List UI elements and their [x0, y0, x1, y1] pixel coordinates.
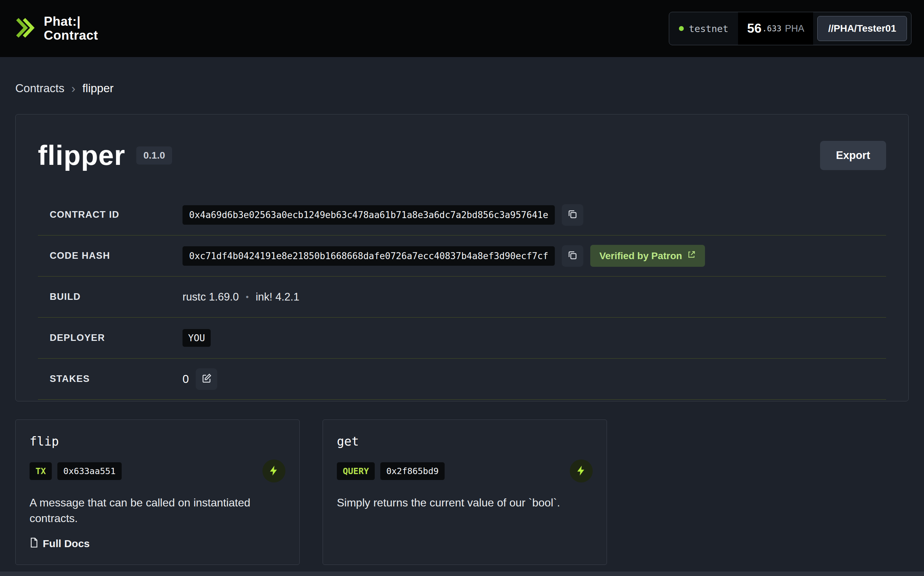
contract-id-value: 0x4a69d6b3e02563a0ecb1249eb63c478aa61b71…	[182, 205, 555, 225]
method-kind-badge: TX	[30, 462, 52, 480]
network-name: testnet	[689, 23, 729, 34]
logo-text: Phat:| Contract	[44, 14, 98, 42]
deployer-label: DEPLOYER	[50, 333, 182, 343]
verified-label: Verified by Patron	[599, 250, 682, 262]
contract-name: flipper	[38, 139, 125, 171]
contract-id-row: CONTRACT ID 0x4a69d6b3e02563a0ecb1249eb6…	[38, 194, 886, 235]
copy-icon	[567, 209, 578, 221]
method-cards: flip TX 0x633aa551 A message that can be…	[15, 419, 909, 576]
method-card-get: get QUERY 0x2f865bd9 Simply returns the …	[322, 419, 607, 565]
code-hash-label: CODE HASH	[50, 250, 182, 261]
method-name: get	[337, 434, 593, 448]
code-hash-value: 0xc71df4b0424191e8e21850b1668668dafe0726…	[182, 246, 555, 266]
balance-display: 56 .633 PHA	[738, 12, 813, 45]
lightning-icon	[575, 465, 587, 478]
version-badge: 0.1.0	[136, 146, 172, 165]
copy-icon	[567, 250, 578, 262]
code-hash-row: CODE HASH 0xc71df4b0424191e8e21850b16686…	[38, 235, 886, 277]
contract-detail-card: flipper 0.1.0 Export CONTRACT ID 0x4a69d…	[15, 114, 909, 402]
app-header: Phat:| Contract testnet 56 .633 PHA //PH…	[0, 0, 924, 57]
method-selector: 0x2f865bd9	[380, 462, 445, 480]
method-description: Simply returns the current value of our …	[337, 495, 593, 510]
logo-line2: Contract	[44, 29, 98, 42]
build-row: BUILD rustc 1.69.0 • ink! 4.2.1	[38, 277, 886, 318]
external-link-icon	[687, 250, 696, 262]
execute-method-button[interactable]	[262, 459, 286, 482]
deployer-value: YOU	[182, 329, 211, 347]
method-description: A message that can be called on instanti…	[30, 495, 286, 526]
edit-icon	[201, 373, 212, 385]
balance-fraction: .633	[762, 24, 782, 33]
method-selector: 0x633aa551	[57, 462, 122, 480]
breadcrumb: Contracts › flipper	[15, 82, 909, 95]
logo-line1: Phat:|	[44, 14, 98, 29]
copy-code-hash-button[interactable]	[562, 245, 583, 267]
balance-currency: PHA	[785, 23, 804, 34]
network-status-dot	[679, 26, 684, 31]
contract-id-label: CONTRACT ID	[50, 210, 182, 220]
copy-contract-id-button[interactable]	[562, 204, 583, 226]
method-kind-badge: QUERY	[337, 462, 375, 480]
method-name: flip	[30, 434, 286, 448]
breadcrumb-separator: ›	[71, 82, 75, 95]
execute-method-button[interactable]	[570, 459, 593, 482]
stakes-value: 0	[182, 373, 189, 386]
contract-card-header: flipper 0.1.0 Export	[38, 139, 886, 171]
build-rustc: rustc 1.69.0	[182, 291, 239, 303]
wallet-widget: testnet 56 .633 PHA //PHA/Tester01	[669, 12, 911, 45]
contract-properties: CONTRACT ID 0x4a69d6b3e02563a0ecb1249eb6…	[38, 194, 886, 400]
build-ink: ink! 4.2.1	[255, 291, 299, 303]
export-button[interactable]: Export	[820, 141, 886, 170]
build-separator: •	[246, 292, 249, 302]
method-card-flip: flip TX 0x633aa551 A message that can be…	[15, 419, 300, 565]
breadcrumb-current: flipper	[82, 82, 114, 95]
edit-stakes-button[interactable]	[196, 368, 217, 390]
build-label: BUILD	[50, 291, 182, 302]
balance-integer: 56	[747, 21, 761, 36]
stakes-label: STAKES	[50, 374, 182, 384]
main-content: Contracts › flipper flipper 0.1.0 Export…	[0, 82, 924, 576]
network-indicator: testnet	[669, 12, 738, 45]
deployer-row: DEPLOYER YOU	[38, 318, 886, 358]
logo-chevron-icon	[15, 13, 37, 44]
full-docs-label: Full Docs	[43, 538, 90, 550]
lightning-icon	[268, 465, 280, 478]
document-icon	[30, 538, 38, 550]
stakes-row: STAKES 0	[38, 358, 886, 400]
footer-strip	[0, 571, 924, 576]
app-logo[interactable]: Phat:| Contract	[15, 13, 98, 44]
breadcrumb-contracts[interactable]: Contracts	[15, 82, 64, 95]
full-docs-link[interactable]: Full Docs	[30, 538, 90, 550]
verified-by-patron-link[interactable]: Verified by Patron	[590, 245, 705, 267]
account-button[interactable]: //PHA/Tester01	[817, 16, 907, 41]
